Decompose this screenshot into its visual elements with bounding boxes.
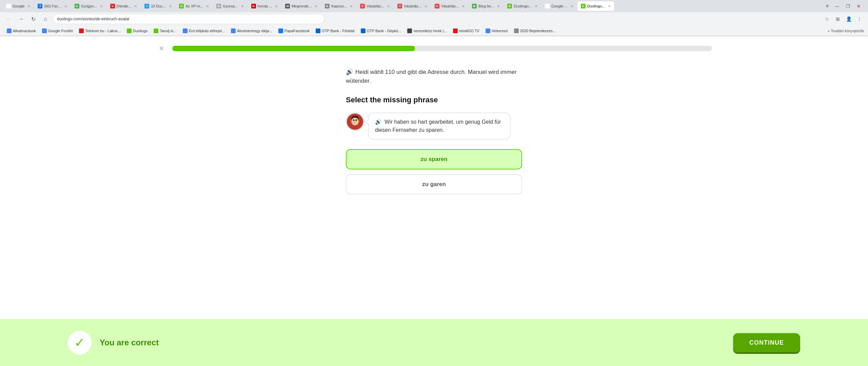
tab-favicon-11: V xyxy=(397,4,402,8)
speech-bubble-row: 🔊Wir haben so hart gearbeitet, um genug … xyxy=(346,113,522,140)
tab-close-10[interactable]: ✕ xyxy=(387,4,390,8)
tab-item-9[interactable]: KKapcso...✕ xyxy=(321,1,356,11)
close-window-button[interactable]: ✕ xyxy=(855,4,863,9)
narration-text-content: Heidi wählt 110 und gibt die Adresse dur… xyxy=(346,69,516,84)
restore-button[interactable]: ❐ xyxy=(844,4,852,9)
bookmark-item-7[interactable]: PapaFacebook xyxy=(276,28,312,34)
tab-label-3: [Vende... xyxy=(117,4,131,8)
bookmark-favicon-3 xyxy=(127,28,132,33)
address-bar-row: ← → ↻ ⌂ ☆ ⊞ 👤 ⋮ xyxy=(0,12,868,26)
bookmark-item-5[interactable]: Érd időjárás előrejel... xyxy=(180,28,228,34)
tab-item-5[interactable]: DAz XP m...✕ xyxy=(176,1,212,11)
tab-item-3[interactable]: V[Vende...✕ xyxy=(107,1,140,11)
tab-close-14[interactable]: ✕ xyxy=(535,4,537,8)
bookmark-item-4[interactable]: Tanulj in... xyxy=(151,28,179,34)
profile-icon[interactable]: 👤 xyxy=(844,15,853,23)
tab-item-12[interactable]: VVásárlás...✕ xyxy=(431,1,468,11)
tab-item-16[interactable]: DDuolingo...✕ xyxy=(577,1,614,11)
tab-item-6[interactable]: GGyorsa...✕ xyxy=(213,1,247,11)
toolbar-icons: ☆ ⊞ 👤 ⋮ xyxy=(823,15,864,23)
tab-favicon-14: D xyxy=(507,4,512,8)
bookmark-label-3: Duolingo xyxy=(133,29,147,33)
tab-label-13: Blog be... xyxy=(478,4,494,8)
tab-item-10[interactable]: VVásárlás...✕ xyxy=(357,1,393,11)
bookmark-item-10[interactable]: nemzetközi hírek |... xyxy=(405,28,449,34)
bookmark-item-11[interactable]: mindiGO TV xyxy=(450,28,482,34)
tab-close-11[interactable]: ✕ xyxy=(425,4,427,8)
tab-close-0[interactable]: ✕ xyxy=(27,4,30,8)
tab-label-4: 10 Duc... xyxy=(151,4,166,8)
tab-close-8[interactable]: ✕ xyxy=(315,4,317,8)
continue-button[interactable]: CONTINUE xyxy=(733,333,800,352)
more-menu-icon[interactable]: ⋮ xyxy=(855,15,864,23)
tab-item-11[interactable]: VVásárlás...✕ xyxy=(394,1,431,11)
tab-close-5[interactable]: ✕ xyxy=(206,4,209,8)
extensions-icon[interactable]: ⊞ xyxy=(833,15,842,23)
new-tab-button[interactable]: + xyxy=(823,1,832,11)
tab-favicon-0: G xyxy=(6,4,11,8)
bookmark-favicon-6 xyxy=(231,28,236,33)
home-button[interactable]: ⌂ xyxy=(41,14,50,24)
tab-close-16[interactable]: ✕ xyxy=(608,4,611,8)
tab-close-15[interactable]: ✕ xyxy=(571,4,573,8)
checkmark-icon: ✓ xyxy=(74,335,85,350)
tab-close-9[interactable]: ✕ xyxy=(350,4,353,8)
bookmark-favicon-11 xyxy=(453,28,458,33)
bookmark-label-12: Hírkeresó xyxy=(492,29,508,33)
bookmark-item-3[interactable]: Duolingo xyxy=(124,28,150,34)
tab-label-11: Vásárlás... xyxy=(404,4,421,8)
speech-sound-icon[interactable]: 🔊 xyxy=(375,119,382,125)
tab-item-1[interactable]: f(60) Fac...✕ xyxy=(34,1,70,11)
more-bookmarks[interactable]: » További könyvjelzők xyxy=(828,29,864,33)
tab-favicon-4: t xyxy=(144,4,149,8)
speech-bubble-text: Wir haben so hart gearbeitet, um genug G… xyxy=(375,119,501,133)
bookmark-item-1[interactable]: Google Fordító xyxy=(39,28,76,34)
tab-item-2[interactable]: GGyógyn...✕ xyxy=(71,1,106,11)
bookmark-label-5: Érd időjárás előrejel... xyxy=(189,29,225,33)
bookmark-label-2: Telekom.hu - Lakos... xyxy=(85,29,121,33)
tab-close-3[interactable]: ✕ xyxy=(134,4,137,8)
address-input[interactable] xyxy=(53,14,324,24)
tab-item-4[interactable]: t10 Duc...✕ xyxy=(141,1,175,11)
forward-button[interactable]: → xyxy=(16,14,26,24)
feedback-banner: ✓ You are correct CONTINUE xyxy=(0,319,868,366)
bookmark-item-0[interactable]: Alkalmazások xyxy=(4,28,39,34)
tab-close-1[interactable]: ✕ xyxy=(64,4,67,8)
option-button-1[interactable]: zu sparen xyxy=(346,149,522,169)
tab-item-14[interactable]: DDuolingo...✕ xyxy=(504,1,541,11)
tab-label-2: Gyógyn... xyxy=(81,4,97,8)
tab-close-2[interactable]: ✕ xyxy=(100,4,103,8)
bookmark-icon[interactable]: ☆ xyxy=(823,15,831,23)
back-button[interactable]: ← xyxy=(4,14,14,24)
tab-close-6[interactable]: ✕ xyxy=(241,4,244,8)
tab-item-13[interactable]: BBlog be...✕ xyxy=(469,1,503,11)
close-story-button[interactable]: ✕ xyxy=(156,43,167,54)
bookmark-favicon-10 xyxy=(407,28,412,33)
tab-close-7[interactable]: ✕ xyxy=(275,4,278,8)
narration-sound-icon[interactable]: 🔊 xyxy=(346,68,353,75)
tab-close-13[interactable]: ✕ xyxy=(497,4,500,8)
tab-close-12[interactable]: ✕ xyxy=(462,4,465,8)
reload-button[interactable]: ↻ xyxy=(28,14,38,24)
tab-item-15[interactable]: GGoogle ...✕ xyxy=(541,1,577,11)
bookmark-label-9: OTP Bank - Gépkó... xyxy=(367,29,401,33)
option-button-2[interactable]: zu garen xyxy=(346,174,522,195)
bookmark-item-12[interactable]: Hírkeresó xyxy=(483,28,511,34)
bookmark-label-7: PapaFacebook xyxy=(284,29,310,33)
tab-favicon-7: G xyxy=(251,4,256,8)
checkmark-circle: ✓ xyxy=(68,331,92,354)
bookmark-item-13[interactable]: 2020 Bejelentkezés... xyxy=(511,28,558,34)
bookmark-label-11: mindiGO TV xyxy=(459,29,479,33)
tab-label-15: Google ... xyxy=(551,4,568,8)
tab-item-7[interactable]: Ghonda ...✕ xyxy=(248,1,281,11)
tab-item-0[interactable]: GGoogle✕ xyxy=(3,1,34,11)
minimize-button[interactable]: — xyxy=(833,4,841,9)
character-avatar-svg xyxy=(347,113,363,131)
tab-item-8[interactable]: MMegrende...✕ xyxy=(282,1,321,11)
bookmark-item-2[interactable]: Telekom.hu - Lakos... xyxy=(76,28,123,34)
tab-close-4[interactable]: ✕ xyxy=(169,4,172,8)
bookmark-item-6[interactable]: Ábrahámhegy idéja... xyxy=(228,28,275,34)
bookmark-item-9[interactable]: OTP Bank - Gépkó... xyxy=(358,28,404,34)
tab-label-5: Az XP m... xyxy=(185,4,203,8)
bookmark-item-8[interactable]: OTP Bank - Főoldal xyxy=(313,28,357,34)
